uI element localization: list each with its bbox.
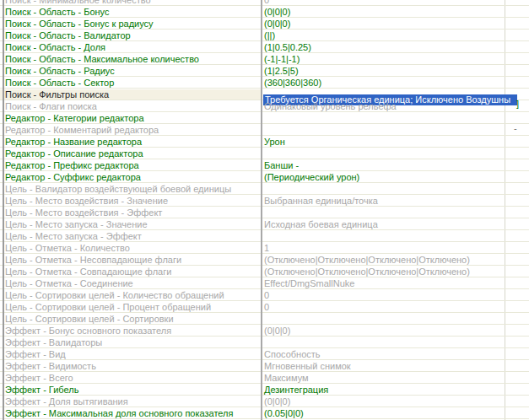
property-name-cell[interactable]: Эффект - Бонус основного показателя [0,326,261,336]
property-name-cell[interactable]: Редактор - Префикс редактора [0,160,261,170]
property-value-cell[interactable]: (0|0|0) [261,19,529,29]
table-row[interactable]: Поиск - Область - Бонус к радиусу(0|0|0) [0,18,529,30]
property-value-cell[interactable]: Способность [261,349,529,359]
property-name-cell[interactable]: Поиск - Область - Бонус к радиусу [0,19,261,29]
table-row[interactable]: Цель - Место запуска - Эффект [0,230,529,242]
property-name-cell[interactable]: Цель - Сортировки целей - Сортировки [0,314,261,324]
property-value-cell[interactable]: Максимум [261,373,529,383]
property-value-cell[interactable]: Effect/DmgSmallNuke [261,278,529,288]
table-row[interactable]: Цель - Место запуска - ЗначениеИсходная … [0,218,529,230]
property-name-cell[interactable]: Цель - Место воздействия - Эффект [0,207,261,218]
column-resize-divider[interactable] [261,0,262,420]
table-row[interactable]: Эффект - Доля вытягивания(0|0|0) [0,396,529,407]
property-name-cell[interactable]: Эффект - Вид [0,349,261,359]
table-row[interactable]: Редактор - Описание редактора [0,148,529,159]
property-name-cell[interactable]: Поиск - Фильтры поиска [0,89,261,100]
property-name-cell[interactable]: Поиск - Область - Бонус [0,7,261,17]
property-name-cell[interactable]: Цель - Отметка - Количество [0,243,261,253]
table-row[interactable]: Редактор - Комментарий редактора [0,124,529,136]
table-row[interactable]: Поиск - Фильтры поискаТребуется Органиче… [0,89,529,100]
table-row[interactable]: Эффект - Максимальная доля основного пок… [0,407,529,419]
property-value-cell[interactable]: Мгновенный снимок [261,361,529,371]
table-row[interactable]: Редактор - Категории редактора [0,112,529,124]
property-value-cell[interactable]: (Периодический урон) [261,172,529,182]
property-name-cell[interactable]: Поиск - Область - Валидатор [0,30,261,40]
table-row[interactable]: Поиск - Область - Максимальное количеств… [0,53,529,65]
table-row[interactable]: Поиск - Минимальное количество0 [0,0,529,6]
table-row[interactable]: Редактор - Суффикс редактора(Периодическ… [0,171,529,183]
property-value-cell[interactable]: 0 [261,302,529,312]
property-value-cell[interactable]: (Отключено|Отключено|Отключено|Отключено… [261,267,529,277]
table-row[interactable]: Эффект - ВидСпособность [0,348,529,360]
property-value-cell[interactable]: Банши - [261,160,529,170]
table-row[interactable]: Поиск - Область - Радиус(1|2.5|5) [0,65,529,77]
property-name-cell[interactable]: Цель - Место запуска - Значение [0,219,261,229]
property-name-cell[interactable]: Поиск - Область - Доля [0,42,261,52]
property-value-cell[interactable]: (1|0.5|0.25) [261,42,529,52]
property-name-cell[interactable]: Цель - Отметка - Соединение [0,278,261,288]
property-name-cell[interactable]: Редактор - Описание редактора [0,148,261,159]
property-name-cell[interactable]: Цель - Место воздействия - Значение [0,196,261,206]
property-value-cell[interactable]: (0.05|0|0) [261,408,529,418]
table-row[interactable]: Цель - Отметка - Совпадающие флаги(Отклю… [0,266,529,277]
property-name-cell[interactable]: Поиск - Область - Максимальное количеств… [0,54,261,64]
table-row[interactable]: Цель - Валидатор воздействующей боевой е… [0,183,529,195]
table-row[interactable]: Редактор - Название редактораУрон [0,136,529,148]
property-value-cell[interactable]: 0 [261,290,529,300]
property-name-cell[interactable]: Редактор - Категории редактора [0,113,261,123]
table-row[interactable]: Эффект - ВидимостьМгновенный снимок [0,360,529,372]
property-value-cell[interactable]: 1 [261,243,529,253]
property-value-cell[interactable]: Одинаковый уровень рельефа [261,101,529,111]
property-name-cell[interactable]: Редактор - Название редактора [0,137,261,147]
property-name-cell[interactable]: Редактор - Комментарий редактора [0,125,261,135]
property-name-cell[interactable]: Поиск - Область - Радиус [0,66,261,76]
property-value-cell[interactable]: Выбранная единица/точка [261,196,529,206]
property-value-cell[interactable]: Исходная боевая единица [261,219,529,229]
property-name-cell[interactable]: Эффект - Максимальная доля основного пок… [0,408,261,418]
property-name-cell[interactable]: Эффект - Видимость [0,361,261,371]
table-row[interactable]: Поиск - Область - Сектор(360|360|360) [0,77,529,89]
table-row[interactable]: Цель - Сортировки целей - Процент обраще… [0,301,529,313]
table-row[interactable]: Поиск - Область - Бонус(0|0|0) [0,6,529,18]
property-value-cell[interactable]: (0|0|0) [261,7,529,17]
property-value-cell[interactable]: (360|360|360) [261,78,529,88]
property-name-cell[interactable]: Эффект - Доля вытягивания [0,396,261,407]
property-value-cell[interactable]: 0 [261,0,529,5]
property-name-cell[interactable]: Цель - Отметка - Несовпадающие флаги [0,255,261,265]
property-value-cell[interactable]: Урон [261,137,529,147]
property-name-cell[interactable]: Поиск - Флаги поиска [0,101,261,111]
table-row[interactable]: Цель - Отметка - Количество1 [0,242,529,254]
table-row[interactable]: Поиск - Область - Валидатор(||) [0,30,529,41]
table-row[interactable]: Цель - Место воздействия - Эффект [0,207,529,218]
table-row[interactable]: Поиск - Флаги поискаОдинаковый уровень р… [0,100,529,112]
property-name-cell[interactable]: Эффект - Валидаторы [0,337,261,347]
table-row[interactable]: Эффект - Валидаторы [0,337,529,348]
property-name-cell[interactable]: Цель - Место запуска - Эффект [0,231,261,241]
property-value-cell[interactable]: (0|0|0) [261,396,529,407]
property-value-cell[interactable]: (Отключено|Отключено|Отключено|Отключено… [261,255,529,265]
property-name-cell[interactable]: Эффект - Всего [0,373,261,383]
table-row[interactable]: Цель - Отметка - Несовпадающие флаги(Отк… [0,254,529,266]
property-value-cell[interactable]: (||) [261,30,529,40]
property-name-cell[interactable]: Поиск - Область - Сектор [0,78,261,88]
property-name-cell[interactable]: Цель - Отметка - Совпадающие флаги [0,267,261,277]
property-name-cell[interactable]: Цель - Сортировки целей - Процент обраще… [0,302,261,312]
table-row[interactable]: Редактор - Префикс редактораБанши - [0,159,529,171]
table-row[interactable]: Цель - Отметка - СоединениеEffect/DmgSma… [0,277,529,289]
table-row[interactable]: Эффект - Бонус основного показателя(0|0|… [0,325,529,337]
table-row[interactable]: Эффект - ВсегоМаксимум [0,372,529,384]
property-name-cell[interactable]: Цель - Сортировки целей - Количество обр… [0,290,261,300]
property-name-cell[interactable]: Эффект - Гибель [0,385,261,395]
table-row[interactable]: Цель - Сортировки целей - Количество обр… [0,289,529,301]
property-value-cell[interactable]: Дезинтеграция [261,385,529,395]
property-value-cell[interactable]: (-1|-1|-1) [261,54,529,64]
table-row[interactable]: Цель - Сортировки целей - Сортировки [0,313,529,325]
table-row[interactable]: Цель - Место воздействия - ЗначениеВыбра… [0,195,529,207]
property-name-cell[interactable]: Редактор - Суффикс редактора [0,172,261,182]
property-name-cell[interactable]: Цель - Валидатор воздействующей боевой е… [0,184,261,194]
table-row[interactable]: Эффект - ГибельДезинтеграция [0,384,529,396]
property-name-cell[interactable]: Поиск - Минимальное количество [0,0,261,5]
property-value-cell[interactable]: (1|2.5|5) [261,66,529,76]
property-value-cell[interactable]: (0|0|0) [261,326,529,336]
table-row[interactable]: Поиск - Область - Доля(1|0.5|0.25) [0,41,529,53]
